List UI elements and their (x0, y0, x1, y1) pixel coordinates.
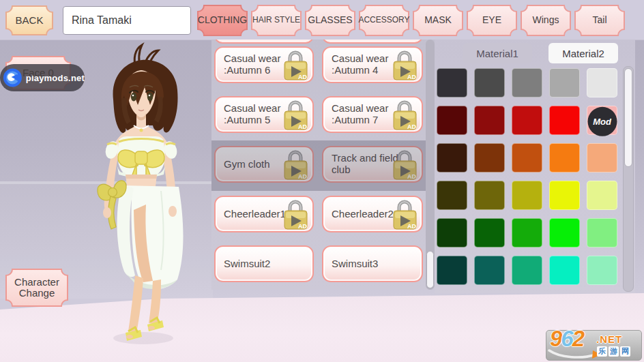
color-swatch-1-4[interactable]: Mod (587, 106, 617, 135)
character-model[interactable] (96, 41, 218, 348)
material-tab-material1[interactable]: Material1 (463, 43, 532, 63)
color-swatch-5-0[interactable] (437, 256, 467, 285)
color-swatch-4-2[interactable] (512, 218, 542, 247)
face-button-label: Face 0 (23, 67, 54, 79)
chinese-char-tile: 乐 (597, 346, 607, 357)
tab-label: EYE (482, 15, 501, 25)
color-swatch-1-3[interactable] (549, 106, 580, 135)
color-swatch-3-1[interactable] (474, 181, 505, 210)
clothing-item-casual-wear-autumn-4[interactable]: Casual wear :Autumn 4 AD (322, 46, 423, 83)
color-swatch-4-4[interactable] (587, 218, 617, 247)
962net-watermark: 962 .NET 乐游网 (546, 330, 642, 361)
clothing-item-casual-wear-autumn-6[interactable]: Casual wear :Autumn 6 AD (214, 46, 314, 83)
ad-lock-icon: AD (282, 149, 309, 180)
clothing-item-gym-cloth[interactable]: Gym cloth AD (214, 146, 314, 183)
tab-clothing[interactable]: CLOTHING (197, 5, 248, 36)
svg-text:AD: AD (298, 173, 307, 180)
character-change-button[interactable]: Character Change (5, 269, 68, 307)
clothing-list-panel: Casual wear :Autumn 6 AD Casual wear :Au… (211, 40, 435, 290)
tab-eye[interactable]: EYE (467, 5, 517, 36)
mod-badge: Mod (587, 106, 617, 136)
color-swatch-0-2[interactable] (512, 68, 542, 97)
clothing-item-partial[interactable] (214, 40, 314, 44)
ad-lock-icon: AD (282, 99, 309, 130)
svg-text:AD: AD (298, 223, 307, 230)
color-swatch-1-2[interactable] (512, 106, 542, 135)
svg-text:AD: AD (407, 173, 416, 180)
color-swatch-1-1[interactable] (474, 106, 505, 135)
color-swatch-4-1[interactable] (474, 218, 505, 247)
color-swatch-3-2[interactable] (512, 181, 542, 210)
clothing-item-swimsuit3[interactable]: Swimsuit3 (322, 245, 423, 282)
tab-label: Tail (592, 15, 606, 25)
962-net-suffix: .NET (596, 333, 622, 345)
back-button[interactable]: BACK (5, 5, 53, 35)
clothing-item-casual-wear-autumn-7[interactable]: Casual wear :Autumn 7 AD (322, 96, 423, 133)
clothing-list-scrollbar[interactable] (426, 40, 435, 290)
ad-lock-icon: AD (282, 198, 309, 230)
color-swatch-3-4[interactable] (587, 181, 617, 210)
color-swatch-2-0[interactable] (437, 143, 467, 172)
color-swatch-1-0[interactable] (437, 106, 467, 135)
character-name-input[interactable] (63, 6, 191, 35)
tab-tail[interactable]: Tail (574, 5, 625, 36)
svg-text:AD: AD (407, 123, 416, 130)
color-swatch-2-3[interactable] (549, 143, 580, 172)
clothing-item-label: Cheerleader2 (323, 209, 399, 220)
tab-wings[interactable]: Wings (521, 5, 571, 36)
color-swatch-5-4[interactable] (587, 256, 617, 285)
tab-accessory[interactable]: ACCESSORY (359, 5, 409, 36)
back-button-label: BACK (16, 15, 44, 27)
color-swatch-2-2[interactable] (512, 143, 542, 172)
clothing-item-cheerleader2[interactable]: Cheerleader2 AD (322, 196, 423, 232)
color-swatch-0-1[interactable] (474, 68, 505, 97)
color-swatch-3-0[interactable] (437, 181, 467, 210)
character-customization-screen: BACK CLOTHINGHAIR STYLEGLASSESACCESSORYM… (0, 0, 644, 362)
tab-hair-style[interactable]: HAIR STYLE (251, 5, 302, 36)
color-swatch-5-2[interactable] (512, 256, 542, 285)
clothing-item-track-and-field-club[interactable]: Track and field club AD (322, 146, 423, 183)
clothing-item-swimsuit2[interactable]: Swimsuit2 (214, 245, 314, 282)
color-swatch-2-1[interactable] (474, 143, 505, 172)
playmods-icon (3, 67, 23, 89)
svg-text:AD: AD (298, 123, 307, 130)
tab-label: CLOTHING (198, 15, 247, 25)
tab-label: GLASSES (308, 15, 352, 25)
color-swatch-3-3[interactable] (549, 181, 580, 210)
clothing-item-label: Swimsuit3 (323, 258, 383, 270)
palette-scrollbar[interactable] (623, 66, 634, 292)
color-swatch-4-0[interactable] (437, 218, 467, 247)
tab-mask[interactable]: MASK (413, 5, 463, 36)
color-palette: Mod (437, 68, 617, 285)
clothing-item-label: Swimsuit2 (216, 258, 276, 270)
swoosh-arrow-icon (548, 348, 602, 361)
ad-lock-icon: AD (391, 99, 418, 130)
color-swatch-2-4[interactable] (587, 143, 617, 172)
color-swatch-0-0[interactable] (437, 68, 467, 97)
material-tabs: Material1Material2 (463, 43, 618, 63)
chinese-char-tile: 游 (609, 346, 619, 357)
color-swatch-4-3[interactable] (549, 218, 580, 247)
tab-label: Wings (533, 15, 559, 25)
character-change-label: Character Change (5, 277, 68, 299)
color-swatch-5-3[interactable] (549, 256, 580, 285)
palette-scroll-thumb[interactable] (624, 68, 632, 167)
clothing-item-label: Cheerleader1 (216, 209, 291, 220)
color-swatch-0-4[interactable] (587, 68, 617, 97)
clothing-item-label: Gym cloth (216, 159, 276, 170)
material-tab-material2[interactable]: Material2 (548, 43, 618, 63)
ad-lock-icon: AD (391, 149, 418, 180)
top-bar: BACK CLOTHINGHAIR STYLEGLASSESACCESSORYM… (0, 0, 644, 40)
color-swatch-5-1[interactable] (474, 256, 505, 285)
clothing-list-scroll-thumb[interactable] (426, 251, 434, 288)
material-panel: Material1Material2 Mod (435, 40, 635, 293)
tab-label: HAIR STYLE (252, 16, 300, 25)
svg-text:AD: AD (407, 74, 416, 80)
color-swatch-0-3[interactable] (549, 68, 580, 97)
svg-text:AD: AD (298, 74, 307, 80)
clothing-item-cheerleader1[interactable]: Cheerleader1 AD (214, 196, 314, 232)
clothing-item-casual-wear-autumn-5[interactable]: Casual wear :Autumn 5 AD (214, 96, 314, 133)
clothing-item-partial[interactable] (322, 40, 423, 44)
tab-glasses[interactable]: GLASSES (305, 5, 355, 36)
svg-text:AD: AD (407, 223, 416, 230)
